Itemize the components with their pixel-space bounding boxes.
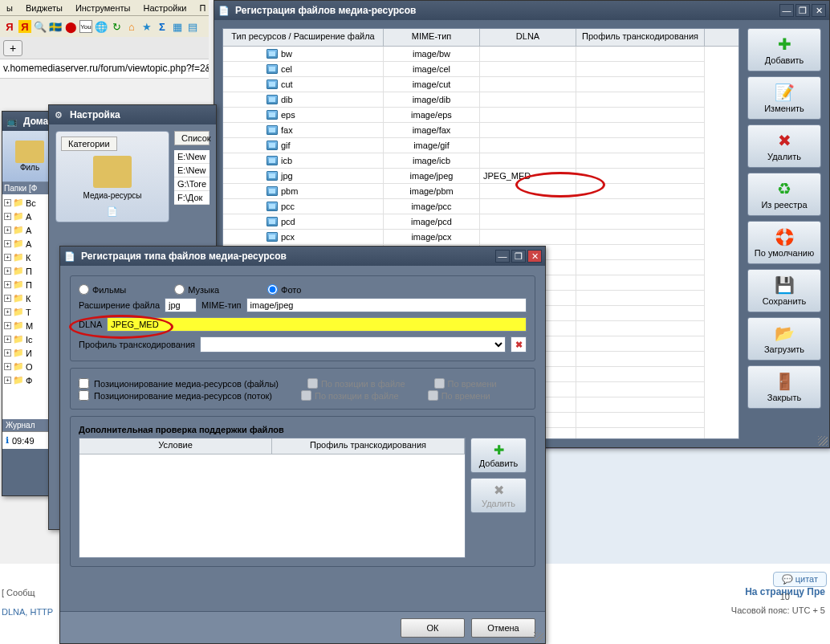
image-file-icon: [266, 110, 278, 120]
pos-stream-checkbox[interactable]: [79, 390, 89, 401]
table-row[interactable]: cutimage/cut: [223, 77, 738, 92]
expand-icon[interactable]: +: [4, 295, 11, 302]
expand-icon[interactable]: +: [4, 267, 11, 275]
search-icon[interactable]: 🔍: [34, 20, 47, 33]
table-row[interactable]: celimage/cel: [223, 62, 738, 77]
resize-grip[interactable]: [534, 632, 543, 642]
table-row[interactable]: pcximage/pcx: [223, 230, 738, 245]
expand-icon[interactable]: +: [4, 363, 11, 370]
save-button[interactable]: 💾Сохранить: [747, 269, 821, 312]
minimize-button[interactable]: —: [495, 250, 510, 263]
expand-icon[interactable]: +: [4, 377, 11, 384]
path-item[interactable]: E:\New: [174, 150, 210, 164]
delete-button[interactable]: ✖Удалить: [747, 124, 821, 168]
expand-icon[interactable]: +: [4, 213, 11, 220]
check-add-button[interactable]: ✚Добавить: [470, 438, 527, 473]
add-button[interactable]: ✚Добавить: [747, 28, 821, 71]
next-category-icon[interactable]: 📄: [61, 206, 164, 217]
browser-menu[interactable]: ы Виджеты Инструменты Настройки П: [0, 0, 209, 16]
expand-icon[interactable]: +: [4, 226, 11, 234]
opera-icon[interactable]: ⬤: [64, 20, 77, 33]
table-row[interactable]: faximage/fax: [223, 123, 738, 138]
table-row[interactable]: epsimage/eps: [223, 108, 738, 123]
expand-icon[interactable]: +: [4, 308, 11, 316]
close-button[interactable]: ✕: [812, 4, 826, 17]
yandex-icon[interactable]: Я: [3, 20, 16, 33]
close-window-button[interactable]: 🚪Закрыть: [747, 365, 821, 409]
check-grid[interactable]: Условие Профиль транскодирования: [79, 438, 466, 558]
table-row[interactable]: pbmimage/pbm: [223, 184, 738, 199]
col-type[interactable]: Тип ресурсов / Расширение файла: [223, 29, 384, 46]
table-row[interactable]: gifimage/gif: [223, 138, 738, 153]
registry-button[interactable]: ♻Из реестра: [747, 173, 821, 216]
pos-files-checkbox[interactable]: [79, 378, 89, 389]
expand-icon[interactable]: +: [4, 254, 11, 261]
radio-music[interactable]: Музыка: [174, 284, 219, 295]
expand-icon[interactable]: +: [4, 240, 11, 247]
cancel-button[interactable]: Отмена: [471, 618, 535, 638]
expand-icon[interactable]: +: [4, 281, 11, 288]
menu-item[interactable]: Инструменты: [69, 2, 137, 14]
menu-item[interactable]: ы: [0, 2, 19, 14]
flag-icon[interactable]: 🇸🇪: [49, 20, 62, 33]
quote-button[interactable]: 💬 цитат: [773, 572, 827, 587]
table-row[interactable]: icbimage/icb: [223, 153, 738, 169]
grid-icon[interactable]: ▤: [186, 20, 199, 33]
col-condition[interactable]: Условие: [79, 438, 272, 454]
refresh-icon[interactable]: ↻: [110, 20, 123, 33]
clear-profile-button[interactable]: ✖: [511, 336, 527, 353]
settings-titlebar[interactable]: ⚙ Настройка: [49, 105, 216, 124]
path-item[interactable]: E:\New: [174, 164, 210, 177]
star-icon[interactable]: ★: [140, 20, 153, 33]
ok-button[interactable]: ОК: [401, 618, 465, 638]
col-profile[interactable]: Профиль транскодирования: [272, 438, 465, 454]
dialog-titlebar[interactable]: 📄 Регистрация типа файлов медиа-ресурсов…: [60, 247, 545, 266]
box-icon[interactable]: ▦: [171, 20, 184, 33]
profile-label: Профиль транскодирования: [79, 340, 195, 349]
media-resources-item[interactable]: Медиа-ресурсы: [61, 156, 164, 200]
expand-icon[interactable]: +: [4, 322, 11, 329]
dlna-input[interactable]: [107, 317, 527, 332]
table-row[interactable]: bwimage/bw: [223, 47, 738, 62]
mime-input[interactable]: [246, 298, 527, 312]
menu-item[interactable]: Виджеты: [19, 2, 69, 14]
col-mime[interactable]: MIME-тип: [384, 29, 480, 46]
menu-item[interactable]: П: [193, 2, 212, 14]
table-row[interactable]: pccimage/pcc: [223, 199, 738, 214]
radio-photo[interactable]: Фото: [267, 284, 301, 295]
sigma-icon[interactable]: Σ: [156, 20, 169, 33]
resize-grip[interactable]: [818, 436, 828, 446]
url-bar[interactable]: v.homemediaserver.ru/forum/viewtopic.php…: [0, 59, 209, 79]
path-item[interactable]: G:\Tore: [174, 177, 210, 191]
path-item[interactable]: F:\Док: [174, 191, 210, 205]
maximize-button[interactable]: ❐: [795, 4, 810, 17]
path-list[interactable]: E:\NewE:\NewG:\ToreF:\Док: [174, 150, 210, 205]
minimize-button[interactable]: —: [779, 4, 794, 17]
dlna-http-link[interactable]: DLNA, HTTP: [2, 607, 53, 617]
registration-titlebar[interactable]: 📄 Регистрация файлов медиа-ресурсов — ❐ …: [214, 1, 829, 20]
globe-icon[interactable]: 🌐: [95, 20, 108, 33]
maximize-button[interactable]: ❐: [511, 250, 526, 263]
table-row[interactable]: dibimage/dib: [223, 92, 738, 108]
extra-check-title: Дополнительная проверка поддержки файлов: [79, 425, 527, 434]
close-button[interactable]: ✕: [527, 250, 542, 263]
radio-films[interactable]: Фильмы: [79, 284, 126, 295]
expand-icon[interactable]: +: [4, 199, 11, 206]
youtube-icon[interactable]: You: [79, 20, 92, 33]
edit-button[interactable]: 📝Изменить: [747, 76, 821, 120]
table-row[interactable]: jpgimage/jpegJPEG_MED: [223, 169, 738, 184]
profile-select[interactable]: [200, 336, 506, 353]
home-icon[interactable]: ⌂: [125, 20, 138, 33]
col-dlna[interactable]: DLNA: [480, 29, 576, 46]
table-row[interactable]: pcdimage/pcd: [223, 214, 738, 230]
load-button[interactable]: 📂Загрузить: [747, 317, 821, 361]
defaults-button[interactable]: 🛟По умолчанию: [747, 221, 821, 264]
col-profile[interactable]: Профиль транскодирования: [576, 29, 705, 46]
expand-icon[interactable]: +: [4, 336, 11, 343]
yandex-yellow-icon[interactable]: Я: [18, 20, 31, 33]
expand-icon[interactable]: +: [4, 349, 11, 357]
pos-files-label: Позиционирование медиа-ресурсов (файлы): [94, 379, 279, 389]
menu-item[interactable]: Настройки: [136, 2, 193, 14]
ext-input[interactable]: [165, 298, 197, 312]
new-tab-button[interactable]: +: [3, 40, 22, 56]
